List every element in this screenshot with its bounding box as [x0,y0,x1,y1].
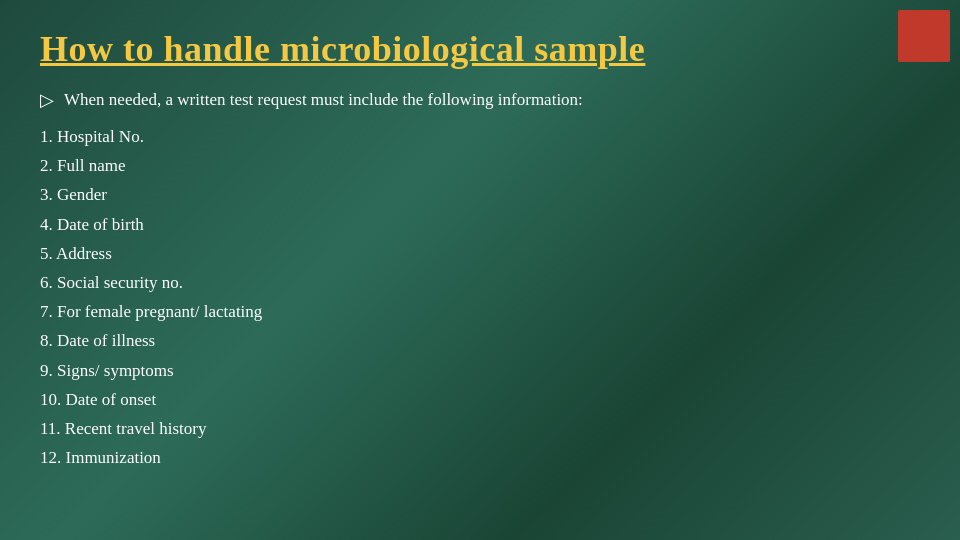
list-container: 1. Hospital No.2. Full name3. Gender4. D… [40,122,920,473]
list-item: 5. Address [40,239,920,268]
list-item: 7. For female pregnant/ lactating [40,297,920,326]
intro-row: ▷ When needed, a written test request mu… [40,88,920,112]
list-item: 6. Social security no. [40,268,920,297]
list-item: 4. Date of birth [40,210,920,239]
slide-title: How to handle microbiological sample [40,28,920,70]
list-item: 2. Full name [40,151,920,180]
list-item: 9. Signs/ symptoms [40,356,920,385]
decoration-rectangle [898,10,950,62]
list-item: 3. Gender [40,180,920,209]
list-item: 1. Hospital No. [40,122,920,151]
list-item: 10. Date of onset [40,385,920,414]
list-item: 12. Immunization [40,443,920,472]
list-item: 11. Recent travel history [40,414,920,443]
list-item: 8. Date of illness [40,326,920,355]
slide: How to handle microbiological sample ▷ W… [0,0,960,540]
intro-text: When needed, a written test request must… [64,88,583,112]
arrow-icon: ▷ [40,89,54,111]
